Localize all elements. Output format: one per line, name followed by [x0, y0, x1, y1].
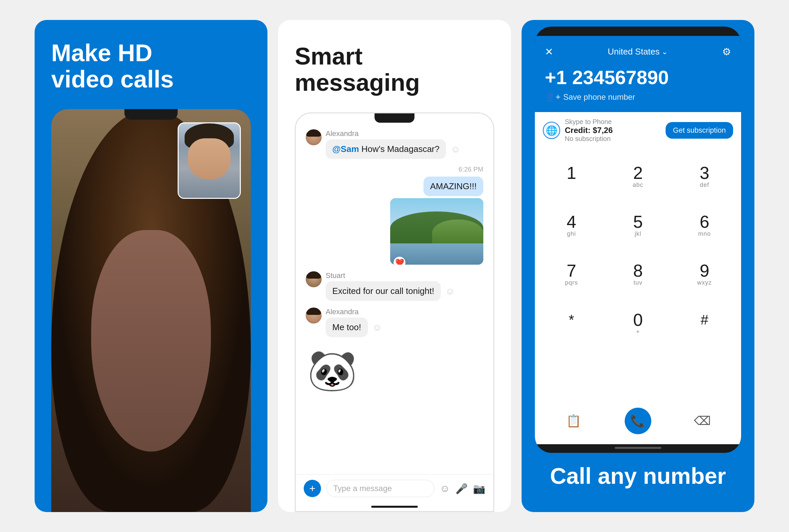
key-0[interactable]: 0 +	[605, 299, 671, 348]
message-bubble-metoo: Me too!	[326, 318, 368, 337]
home-indicator	[615, 447, 661, 449]
sender-name-stuart: Stuart	[326, 271, 456, 280]
emoji-reaction-metoo[interactable]: ☺	[371, 322, 383, 334]
video-calls-panel: Make HD video calls	[35, 20, 267, 512]
avatar-hair-stuart	[306, 271, 321, 279]
avatar-hair-2	[306, 307, 321, 315]
dialer-top-bar: ✕ United States ⌄ ⚙	[545, 46, 731, 58]
video-background	[51, 109, 251, 512]
person-add-icon: 👤+	[545, 92, 561, 102]
key-1[interactable]: 1	[538, 152, 605, 201]
voicemail-key[interactable]: 📋	[542, 403, 606, 439]
country-name: United States	[608, 46, 660, 57]
country-selector[interactable]: United States ⌄	[608, 46, 668, 57]
chat-message-stuart: Stuart Excited for our call tonight! ☺	[306, 271, 483, 301]
dialer-action-row: 📋 📞 ⌫	[535, 400, 741, 444]
backspace-icon: ⌫	[694, 414, 711, 428]
woman-face-skin	[91, 230, 211, 452]
credit-subscription: No subscription	[565, 135, 613, 142]
message-time: 6:26 PM	[459, 166, 483, 173]
phone-icon: 📞	[630, 414, 645, 428]
key-2[interactable]: 2 abc	[605, 152, 671, 201]
sender-name-alexandra-2: Alexandra	[326, 307, 383, 316]
credit-text: Skype to Phone Credit: $7,26 No subscrip…	[565, 118, 613, 142]
panel3-title: Call any number	[522, 453, 754, 492]
key-7[interactable]: 7 pqrs	[538, 250, 605, 299]
key-9[interactable]: 9 wxyz	[671, 250, 738, 299]
key-8[interactable]: 8 tuv	[605, 250, 671, 299]
chat-message-1: Alexandra @Sam How's Madagascar? ☺	[306, 129, 483, 159]
save-number-label: Save phone number	[563, 92, 635, 102]
phone-notch-3	[618, 26, 658, 36]
chevron-down-icon: ⌄	[662, 48, 668, 56]
panel2-title-line2: messaging	[295, 69, 420, 96]
avatar-alexandra-1	[306, 129, 322, 145]
dialer-header: ✕ United States ⌄ ⚙ +1 234567890 👤+ Save…	[535, 36, 741, 112]
small-video-thumbnail	[177, 122, 241, 199]
sender-name-alexandra: Alexandra	[326, 129, 462, 138]
emoji-reaction-1[interactable]: ☺	[449, 143, 462, 155]
phone-mock-video	[51, 109, 251, 512]
globe-icon: 🌐	[543, 122, 560, 139]
message-bubble-stuart: Excited for our call tonight!	[326, 281, 441, 301]
settings-icon[interactable]: ⚙	[722, 46, 731, 58]
chat-message-metoo: Alexandra Me too! ☺	[306, 307, 483, 337]
key-6[interactable]: 6 mno	[671, 201, 738, 250]
message-input[interactable]: Type a message	[326, 480, 434, 497]
credit-info: 🌐 Skype to Phone Credit: $7,26 No subscr…	[543, 118, 613, 142]
credit-amount: Credit: $7,26	[565, 126, 613, 135]
mention-sam: @Sam	[332, 144, 359, 154]
key-4[interactable]: 4 ghi	[538, 201, 605, 250]
avatar-alexandra-2	[306, 307, 322, 324]
phone-notch	[125, 109, 177, 120]
emoji-reaction-stuart[interactable]: ☺	[444, 285, 456, 297]
camera-icon[interactable]: 📷	[473, 483, 485, 494]
home-bar	[371, 506, 418, 508]
avatar-hair	[306, 129, 321, 137]
save-number-button[interactable]: 👤+ Save phone number	[545, 92, 731, 102]
phone-notch-2	[375, 113, 414, 123]
close-icon[interactable]: ✕	[545, 46, 553, 58]
get-subscription-button[interactable]: Get subscription	[665, 122, 733, 139]
credit-bar: 🌐 Skype to Phone Credit: $7,26 No subscr…	[535, 112, 741, 149]
chat-input-bar: + Type a message ☺ 🎤 📷	[296, 474, 493, 502]
man-face	[179, 124, 240, 198]
panel2-title: Smart messaging	[295, 43, 494, 96]
phone-number-display: +1 234567890	[545, 66, 731, 89]
message-bubble-1: @Sam How's Madagascar?	[326, 139, 446, 159]
panda-sticker: 🐼	[306, 344, 359, 397]
phone-mock-dialer: ✕ United States ⌄ ⚙ +1 234567890 👤+ Save…	[535, 26, 741, 453]
input-placeholder: Type a message	[333, 484, 392, 493]
key-hash[interactable]: #	[671, 299, 738, 348]
credit-title: Skype to Phone	[565, 118, 613, 126]
key-5[interactable]: 5 jkl	[605, 201, 671, 250]
message-bubble-amazing: AMAZING!!!	[424, 176, 483, 196]
dialer-keypad: 1 2 abc 3 def 4 ghi 5 jkl 6 mno	[535, 149, 741, 400]
panel1-title: Make HD video calls	[51, 40, 251, 92]
voicemail-icon: 📋	[566, 414, 581, 428]
panel2-title-line1: Smart	[295, 43, 362, 70]
input-icons: ☺ 🎤 📷	[440, 483, 485, 494]
call-button[interactable]: 📞	[625, 407, 651, 434]
phone-mock-messaging: Alexandra @Sam How's Madagascar? ☺ 6:26 …	[295, 112, 494, 512]
messaging-panel: Smart messaging Alexandra @Sam How's Mad…	[278, 20, 511, 512]
avatar-stuart	[306, 271, 322, 287]
image-bubble-madagascar: ❤️	[390, 198, 483, 265]
key-star[interactable]: *	[538, 299, 605, 348]
sent-message-group: 6:26 PM AMAZING!!! ❤️	[306, 166, 483, 265]
chat-area: Alexandra @Sam How's Madagascar? ☺ 6:26 …	[296, 123, 493, 474]
hill-right	[432, 220, 483, 246]
panel1-title-line2: video calls	[51, 66, 174, 92]
emoji-icon[interactable]: ☺	[440, 483, 450, 494]
key-3[interactable]: 3 def	[671, 152, 738, 201]
call-key[interactable]: 📞	[606, 403, 670, 439]
man-face-skin	[188, 138, 231, 179]
microphone-icon[interactable]: 🎤	[455, 483, 468, 494]
call-number-panel: ✕ United States ⌄ ⚙ +1 234567890 👤+ Save…	[522, 20, 754, 512]
panel1-title-line1: Make HD	[51, 40, 152, 66]
add-button[interactable]: +	[304, 480, 321, 497]
delete-key[interactable]: ⌫	[670, 403, 734, 439]
